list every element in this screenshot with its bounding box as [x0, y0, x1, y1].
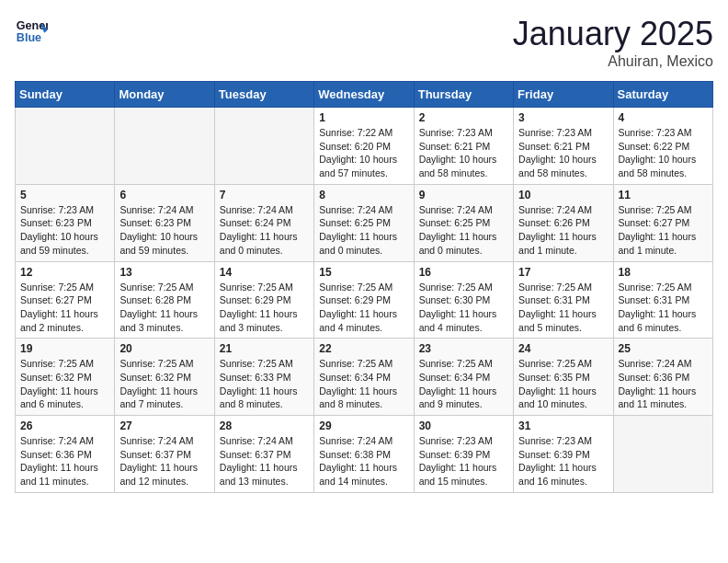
day-number: 22 [319, 342, 408, 355]
day-info: Sunrise: 7:24 AM Sunset: 6:24 PM Dayligh… [220, 203, 309, 258]
calendar-week-row: 26Sunrise: 7:24 AM Sunset: 6:36 PM Dayli… [16, 416, 713, 493]
day-info: Sunrise: 7:24 AM Sunset: 6:25 PM Dayligh… [319, 203, 408, 258]
day-number: 1 [319, 111, 408, 124]
calendar-cell: 2Sunrise: 7:23 AM Sunset: 6:21 PM Daylig… [414, 108, 513, 185]
calendar-week-row: 19Sunrise: 7:25 AM Sunset: 6:32 PM Dayli… [16, 339, 713, 416]
day-info: Sunrise: 7:25 AM Sunset: 6:29 PM Dayligh… [319, 281, 408, 335]
day-info: Sunrise: 7:24 AM Sunset: 6:36 PM Dayligh… [619, 357, 708, 411]
calendar-cell: 5Sunrise: 7:23 AM Sunset: 6:23 PM Daylig… [16, 184, 115, 261]
day-number: 10 [518, 189, 608, 201]
day-number: 11 [619, 189, 708, 201]
calendar-cell: 9Sunrise: 7:24 AM Sunset: 6:25 PM Daylig… [414, 184, 513, 261]
day-number: 31 [518, 419, 608, 432]
calendar-cell [613, 416, 712, 493]
weekday-header-friday: Friday [514, 82, 613, 108]
day-info: Sunrise: 7:24 AM Sunset: 6:36 PM Dayligh… [20, 434, 109, 488]
calendar-cell: 1Sunrise: 7:22 AM Sunset: 6:20 PM Daylig… [314, 108, 414, 185]
day-number: 7 [220, 189, 309, 201]
calendar-cell: 12Sunrise: 7:25 AM Sunset: 6:27 PM Dayli… [16, 261, 115, 339]
day-info: Sunrise: 7:25 AM Sunset: 6:34 PM Dayligh… [419, 357, 508, 411]
calendar-cell: 8Sunrise: 7:24 AM Sunset: 6:25 PM Daylig… [314, 184, 414, 261]
day-number: 21 [220, 342, 309, 355]
day-number: 14 [220, 266, 309, 279]
day-info: Sunrise: 7:23 AM Sunset: 6:21 PM Dayligh… [419, 126, 508, 180]
day-info: Sunrise: 7:25 AM Sunset: 6:32 PM Dayligh… [20, 357, 109, 411]
day-number: 9 [419, 189, 508, 201]
weekday-header-monday: Monday [115, 82, 214, 108]
calendar-cell: 4Sunrise: 7:23 AM Sunset: 6:22 PM Daylig… [613, 108, 712, 185]
day-number: 20 [119, 342, 209, 355]
day-info: Sunrise: 7:24 AM Sunset: 6:25 PM Dayligh… [419, 203, 508, 258]
day-number: 18 [619, 266, 708, 279]
calendar-cell: 30Sunrise: 7:23 AM Sunset: 6:39 PM Dayli… [414, 416, 513, 493]
calendar-cell [214, 108, 313, 185]
day-number: 19 [20, 342, 109, 355]
calendar-cell: 21Sunrise: 7:25 AM Sunset: 6:33 PM Dayli… [214, 339, 313, 416]
day-number: 5 [20, 189, 109, 201]
day-info: Sunrise: 7:24 AM Sunset: 6:38 PM Dayligh… [319, 434, 408, 488]
weekday-header-sunday: Sunday [16, 82, 115, 108]
calendar-cell [115, 108, 214, 185]
calendar-cell: 7Sunrise: 7:24 AM Sunset: 6:24 PM Daylig… [214, 184, 313, 261]
weekday-header-saturday: Saturday [613, 82, 712, 108]
calendar-cell: 23Sunrise: 7:25 AM Sunset: 6:34 PM Dayli… [414, 339, 513, 416]
calendar-cell: 22Sunrise: 7:25 AM Sunset: 6:34 PM Dayli… [314, 339, 414, 416]
calendar-cell: 17Sunrise: 7:25 AM Sunset: 6:31 PM Dayli… [514, 261, 613, 339]
calendar-cell: 28Sunrise: 7:24 AM Sunset: 6:37 PM Dayli… [214, 416, 313, 493]
day-number: 27 [119, 419, 209, 432]
calendar-cell: 31Sunrise: 7:23 AM Sunset: 6:39 PM Dayli… [514, 416, 613, 493]
calendar-cell [16, 108, 115, 185]
day-number: 30 [419, 419, 508, 432]
calendar-cell: 15Sunrise: 7:25 AM Sunset: 6:29 PM Dayli… [314, 261, 414, 339]
day-info: Sunrise: 7:25 AM Sunset: 6:28 PM Dayligh… [119, 281, 209, 335]
day-info: Sunrise: 7:23 AM Sunset: 6:22 PM Dayligh… [619, 126, 708, 180]
day-info: Sunrise: 7:25 AM Sunset: 6:31 PM Dayligh… [619, 281, 708, 335]
day-info: Sunrise: 7:24 AM Sunset: 6:37 PM Dayligh… [119, 434, 209, 488]
day-info: Sunrise: 7:25 AM Sunset: 6:32 PM Dayligh… [119, 357, 209, 411]
logo: General Blue [15, 15, 48, 48]
day-number: 28 [220, 419, 309, 432]
calendar-cell: 16Sunrise: 7:25 AM Sunset: 6:30 PM Dayli… [414, 261, 513, 339]
calendar-cell: 20Sunrise: 7:25 AM Sunset: 6:32 PM Dayli… [115, 339, 214, 416]
day-info: Sunrise: 7:25 AM Sunset: 6:33 PM Dayligh… [220, 357, 309, 411]
day-info: Sunrise: 7:23 AM Sunset: 6:23 PM Dayligh… [20, 203, 109, 258]
day-number: 6 [119, 189, 209, 201]
calendar-cell: 24Sunrise: 7:25 AM Sunset: 6:35 PM Dayli… [514, 339, 613, 416]
weekday-header-thursday: Thursday [414, 82, 513, 108]
day-info: Sunrise: 7:23 AM Sunset: 6:39 PM Dayligh… [518, 434, 608, 488]
day-info: Sunrise: 7:25 AM Sunset: 6:35 PM Dayligh… [518, 357, 608, 411]
calendar-cell: 29Sunrise: 7:24 AM Sunset: 6:38 PM Dayli… [314, 416, 414, 493]
day-info: Sunrise: 7:25 AM Sunset: 6:30 PM Dayligh… [419, 281, 508, 335]
day-info: Sunrise: 7:23 AM Sunset: 6:21 PM Dayligh… [518, 126, 608, 180]
calendar-cell: 10Sunrise: 7:24 AM Sunset: 6:26 PM Dayli… [514, 184, 613, 261]
day-info: Sunrise: 7:23 AM Sunset: 6:39 PM Dayligh… [419, 434, 508, 488]
day-number: 23 [419, 342, 508, 355]
day-number: 29 [319, 419, 408, 432]
day-number: 8 [319, 189, 408, 201]
day-number: 24 [518, 342, 608, 355]
day-info: Sunrise: 7:24 AM Sunset: 6:26 PM Dayligh… [518, 203, 608, 258]
location-title: Ahuiran, Mexico [513, 53, 713, 70]
calendar-cell: 19Sunrise: 7:25 AM Sunset: 6:32 PM Dayli… [16, 339, 115, 416]
page-header: General Blue January 2025 Ahuiran, Mexic… [15, 15, 713, 70]
day-number: 25 [619, 342, 708, 355]
calendar-week-row: 5Sunrise: 7:23 AM Sunset: 6:23 PM Daylig… [16, 184, 713, 261]
calendar-week-row: 12Sunrise: 7:25 AM Sunset: 6:27 PM Dayli… [16, 261, 713, 339]
day-number: 3 [518, 111, 608, 124]
calendar-table: SundayMondayTuesdayWednesdayThursdayFrid… [15, 81, 713, 493]
day-info: Sunrise: 7:25 AM Sunset: 6:31 PM Dayligh… [518, 281, 608, 335]
weekday-header-wednesday: Wednesday [314, 82, 414, 108]
title-block: January 2025 Ahuiran, Mexico [513, 15, 713, 70]
day-info: Sunrise: 7:24 AM Sunset: 6:23 PM Dayligh… [119, 203, 209, 258]
svg-text:Blue: Blue [17, 31, 41, 44]
day-info: Sunrise: 7:25 AM Sunset: 6:29 PM Dayligh… [220, 281, 309, 335]
day-number: 17 [518, 266, 608, 279]
month-title: January 2025 [513, 15, 713, 53]
calendar-week-row: 1Sunrise: 7:22 AM Sunset: 6:20 PM Daylig… [16, 108, 713, 185]
day-info: Sunrise: 7:25 AM Sunset: 6:34 PM Dayligh… [319, 357, 408, 411]
day-number: 12 [20, 266, 109, 279]
day-number: 26 [20, 419, 109, 432]
calendar-cell: 13Sunrise: 7:25 AM Sunset: 6:28 PM Dayli… [115, 261, 214, 339]
calendar-cell: 18Sunrise: 7:25 AM Sunset: 6:31 PM Dayli… [613, 261, 712, 339]
calendar-cell: 25Sunrise: 7:24 AM Sunset: 6:36 PM Dayli… [613, 339, 712, 416]
